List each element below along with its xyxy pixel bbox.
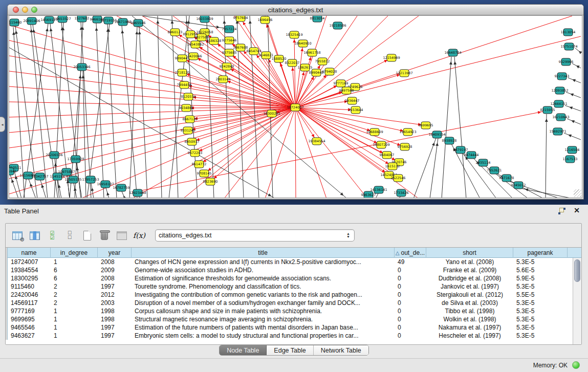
citation-edge-black[interactable] xyxy=(75,22,83,198)
new-file-button[interactable] xyxy=(79,228,95,243)
network-node[interactable]: 1813054 xyxy=(561,29,576,36)
network-node[interactable]: 19218586 xyxy=(329,22,346,29)
citation-network-graph[interactable]: 1872400789601238912954182260589827508818… xyxy=(9,16,582,198)
network-node[interactable]: 16648784 xyxy=(444,49,461,56)
network-node[interactable]: 9375685 xyxy=(222,49,237,56)
citation-edge-black[interactable] xyxy=(430,138,438,198)
citation-edge-red[interactable] xyxy=(199,107,295,164)
network-node[interactable]: 16961758 xyxy=(303,49,320,56)
select-all-button[interactable]: ☑☑ xyxy=(45,228,60,243)
citation-edge-black[interactable] xyxy=(442,57,451,198)
column-header-title[interactable]: title xyxy=(132,248,395,258)
network-node[interactable]: 1167533 xyxy=(563,156,578,163)
citation-edge-red[interactable] xyxy=(265,107,295,198)
network-node[interactable]: 9757604 xyxy=(233,16,248,21)
network-node[interactable]: 8450917 xyxy=(185,138,200,145)
citation-edge-black[interactable] xyxy=(129,27,137,198)
network-node[interactable]: 20053346 xyxy=(73,63,90,71)
table-row[interactable]: 969969511998Structural magnetic resonanc… xyxy=(6,315,581,323)
network-node[interactable]: 7955812 xyxy=(315,58,330,65)
citation-edge-red[interactable] xyxy=(9,102,295,107)
unselect-all-button[interactable]: ☐☐ xyxy=(62,228,77,243)
citation-edge-red[interactable] xyxy=(9,71,295,107)
network-node[interactable]: 7652621 xyxy=(487,167,502,174)
network-node[interactable]: 8215955 xyxy=(540,106,555,114)
network-node[interactable]: 1696456 xyxy=(258,16,273,24)
network-node[interactable]: 9275646 xyxy=(222,37,237,44)
network-node[interactable]: 9329966 xyxy=(559,58,574,65)
import-table-button[interactable] xyxy=(114,228,129,243)
network-node[interactable]: 1588520 xyxy=(272,55,287,62)
network-node[interactable]: 12923448 xyxy=(129,189,146,196)
network-node[interactable]: 1527602 xyxy=(75,16,90,22)
network-window-titlebar[interactable]: citations_edges.txt xyxy=(8,5,583,15)
network-node[interactable]: 17359928 xyxy=(67,156,84,163)
network-node[interactable]: 8938928 xyxy=(442,137,457,144)
table-row[interactable]: 2242004622012Investigating the contribut… xyxy=(6,291,581,299)
tab-edge-table[interactable]: Edge Table xyxy=(267,345,313,355)
network-node[interactable]: 9115460 xyxy=(9,19,21,26)
network-node[interactable]: 9708145 xyxy=(197,170,212,177)
network-node[interactable]: 1733426 xyxy=(394,189,409,196)
network-node[interactable]: 2718120 xyxy=(175,69,190,76)
scrollbar-thumb[interactable] xyxy=(574,259,580,282)
delete-button[interactable] xyxy=(97,228,112,243)
network-node[interactable]: 8960123 xyxy=(168,29,183,36)
citation-edge-red[interactable] xyxy=(295,101,352,107)
table-row[interactable]: 977716911998Corpus callosum shape and si… xyxy=(6,307,581,315)
network-node[interactable]: 9699695 xyxy=(419,122,433,129)
network-node[interactable]: 20891406 xyxy=(23,17,40,25)
column-header-year[interactable]: year xyxy=(98,248,132,258)
column-header-name[interactable]: name xyxy=(8,248,51,258)
table-select-dropdown[interactable]: citations_edges.txt ▲▼ xyxy=(155,229,355,242)
table-row[interactable]: 946554611997Estimation of the future num… xyxy=(6,323,581,332)
vertical-scrollbar[interactable] xyxy=(573,258,581,344)
network-node[interactable]: 16210643 xyxy=(552,114,569,121)
citation-edge-red[interactable] xyxy=(202,37,295,107)
table-row[interactable]: 1456911722003Disruption of a novel membe… xyxy=(6,299,581,307)
network-node[interactable]: 15751074 xyxy=(560,43,577,50)
table-row[interactable]: 946362711997Embryonic stem cells: a mode… xyxy=(6,332,581,340)
citation-edge-red[interactable] xyxy=(295,107,296,198)
column-header-pagerank[interactable]: pagerank xyxy=(513,248,568,258)
citation-edge-black[interactable] xyxy=(454,57,466,198)
citation-edge-black[interactable] xyxy=(237,16,244,198)
citation-edge-red[interactable] xyxy=(9,107,295,194)
citation-edge-black[interactable] xyxy=(566,92,581,98)
column-chooser-button[interactable] xyxy=(27,228,42,243)
citation-edge-black[interactable] xyxy=(158,16,162,198)
citation-edge-black[interactable] xyxy=(172,16,178,198)
network-node[interactable]: 16033809 xyxy=(196,16,213,23)
network-node[interactable]: 16958107 xyxy=(97,181,114,188)
citation-edge-black[interactable] xyxy=(29,179,36,198)
column-header-in_degree[interactable]: in_degree xyxy=(51,248,98,258)
citation-edge-red[interactable] xyxy=(223,79,295,107)
table-row[interactable]: 911546021997Tourette syndrome. Phenomeno… xyxy=(6,282,581,291)
table-row[interactable]: 1830029562008Estimation of significance … xyxy=(6,274,581,282)
column-header-out_de[interactable]: △out_de... xyxy=(395,248,426,258)
network-node[interactable]: 2153644 xyxy=(349,106,363,114)
function-builder-button[interactable]: f(x) xyxy=(132,228,147,243)
network-node[interactable]: 15692971 xyxy=(549,128,566,135)
citation-edge-black[interactable] xyxy=(564,133,581,140)
network-node[interactable]: 1216504 xyxy=(565,146,580,154)
network-node[interactable]: 8813054 xyxy=(310,16,325,22)
citation-edge-black[interactable] xyxy=(132,16,347,198)
network-node[interactable]: 6879197 xyxy=(453,146,468,154)
table-row[interactable]: 1938455462009Genome-wide association stu… xyxy=(6,266,581,274)
network-node[interactable]: 12444151 xyxy=(550,100,567,107)
citation-edge-red[interactable] xyxy=(9,86,295,107)
network-node[interactable]: 2936447 xyxy=(345,97,360,104)
network-node[interactable]: 2935114 xyxy=(476,159,491,166)
citation-edge-black[interactable] xyxy=(546,114,547,198)
citation-edge-black[interactable] xyxy=(96,23,104,198)
citation-edge-black[interactable] xyxy=(87,24,110,198)
collapse-panel-notch[interactable]: ◂ xyxy=(0,117,5,132)
table-settings-button[interactable]: ⚙ xyxy=(10,228,25,243)
network-node[interactable]: 6794028 xyxy=(322,68,337,75)
network-node[interactable]: 20206536 xyxy=(46,151,62,159)
close-panel-icon[interactable]: ✕ xyxy=(574,206,580,214)
citation-edge-black[interactable] xyxy=(565,105,581,111)
float-window-icon[interactable] xyxy=(558,208,565,214)
network-node[interactable]: 9756928 xyxy=(398,143,412,150)
